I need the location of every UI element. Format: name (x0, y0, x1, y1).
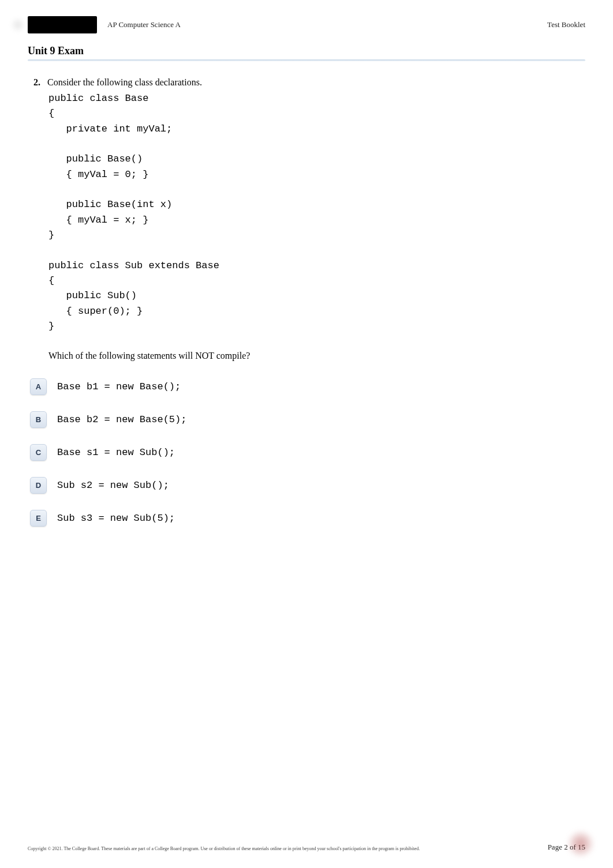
answer-option-d[interactable]: D Sub s2 = new Sub(); (30, 477, 585, 494)
answer-badge: E (30, 510, 47, 527)
question-header: 2. Consider the following class declarat… (28, 77, 585, 88)
answer-code: Base b2 = new Base(5); (57, 414, 186, 425)
title-divider (28, 59, 585, 61)
booklet-label: Test Booklet (547, 20, 585, 29)
code-block: public class Base { private int myVal; p… (48, 91, 585, 335)
header: AP Computer Science A Test Booklet (28, 16, 585, 33)
question-intro: Consider the following class declaration… (47, 77, 202, 88)
question-block: 2. Consider the following class declarat… (28, 77, 585, 527)
header-left: AP Computer Science A (28, 16, 181, 33)
copyright-text: Copyright © 2021. The College Board. The… (28, 846, 420, 852)
answer-badge: C (30, 444, 47, 461)
footer: Copyright © 2021. The College Board. The… (28, 843, 585, 852)
answer-code: Base s1 = new Sub(); (57, 447, 175, 458)
answer-option-a[interactable]: A Base b1 = new Base(); (30, 378, 585, 395)
exam-title: Unit 9 Exam (28, 45, 585, 57)
course-name: AP Computer Science A (107, 20, 181, 29)
question-prompt: Which of the following statements will N… (48, 351, 585, 361)
answer-list: A Base b1 = new Base(); B Base b2 = new … (28, 378, 585, 527)
answer-code: Base b1 = new Base(); (57, 381, 181, 392)
answer-code: Sub s3 = new Sub(5); (57, 513, 175, 524)
answer-badge: A (30, 378, 47, 395)
answer-badge: B (30, 411, 47, 428)
answer-option-b[interactable]: B Base b2 = new Base(5); (30, 411, 585, 428)
question-number: 2. (28, 77, 40, 88)
answer-option-e[interactable]: E Sub s3 = new Sub(5); (30, 510, 585, 527)
blur-decoration (10, 17, 25, 32)
blur-decoration (568, 831, 593, 856)
answer-badge: D (30, 477, 47, 494)
answer-option-c[interactable]: C Base s1 = new Sub(); (30, 444, 585, 461)
answer-code: Sub s2 = new Sub(); (57, 480, 169, 491)
redacted-logo (28, 16, 97, 33)
